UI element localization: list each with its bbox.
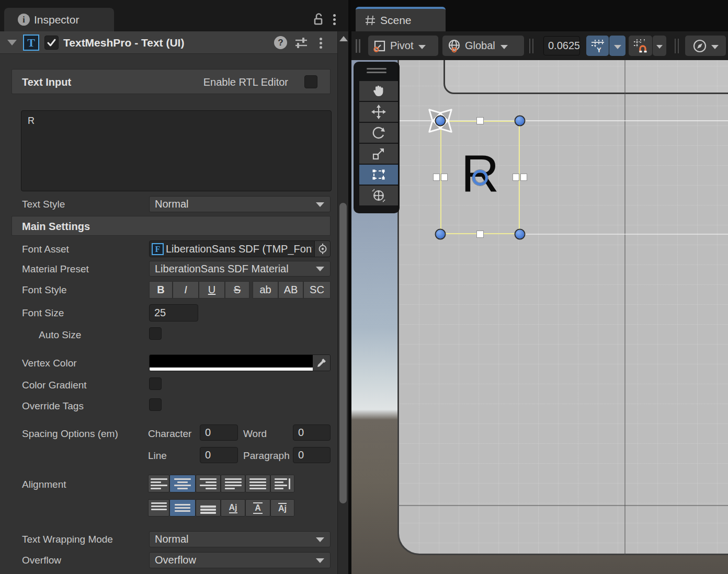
edge-handle-bottom[interactable]	[476, 231, 484, 238]
globe-icon	[447, 39, 461, 53]
align-geometry-center-button[interactable]	[270, 475, 294, 492]
grid-size-field[interactable]: 0.0625	[543, 36, 580, 55]
text-input-area[interactable]: R	[21, 110, 332, 191]
align-middle-icon	[175, 502, 190, 514]
rect-tool-button[interactable]	[359, 165, 398, 185]
edge-handle-left[interactable]	[433, 174, 448, 181]
scene-toolbar: Pivot Global 0.0625	[351, 31, 728, 60]
view-tool-button[interactable]	[359, 81, 398, 101]
align-right-icon	[200, 478, 217, 489]
foldout-arrow-icon[interactable]	[7, 40, 17, 45]
inspector-tab-bar: i Inspector	[0, 0, 348, 31]
overflow-dropdown[interactable]: Overflow	[149, 552, 331, 568]
grid-snap-dropdown-button[interactable]	[609, 36, 625, 56]
toolbar-separator	[529, 39, 534, 53]
rtl-editor-checkbox[interactable]	[304, 75, 317, 88]
alignment-label: Alignment	[22, 476, 66, 492]
svg-text:Y: Y	[597, 46, 601, 53]
pivot-handle[interactable]	[472, 170, 488, 186]
scene-camera-button[interactable]	[685, 36, 726, 56]
overflow-label: Overflow	[22, 552, 61, 568]
snap-increment-button[interactable]	[629, 36, 652, 56]
edge-handle-top[interactable]	[476, 117, 484, 124]
align-flush-icon	[249, 478, 266, 489]
align-top-button[interactable]	[148, 499, 169, 516]
font-size-field[interactable]: 25	[149, 304, 198, 322]
strikethrough-button[interactable]: S	[225, 281, 249, 299]
global-toggle-button[interactable]: Global	[442, 36, 524, 56]
bold-button[interactable]: B	[149, 281, 173, 299]
corner-handle-bottom-left[interactable]	[435, 229, 446, 240]
inspector-menu-icon[interactable]	[332, 13, 337, 27]
uppercase-button[interactable]: AB	[278, 281, 303, 299]
move-tool-button[interactable]	[359, 102, 398, 122]
align-justified-button[interactable]	[221, 475, 245, 492]
font-asset-field[interactable]: F LiberationSans SDF (TMP_FontAsset)	[149, 240, 331, 257]
rotate-tool-button[interactable]	[359, 123, 398, 143]
vertex-color-label: Vertex Color	[22, 355, 77, 371]
eyedropper-icon[interactable]	[313, 355, 330, 371]
text-style-dropdown[interactable]: Normal	[149, 196, 331, 212]
rtl-editor-label: Enable RTL Editor	[203, 70, 288, 95]
component-enabled-checkbox[interactable]	[44, 36, 59, 50]
lock-icon[interactable]	[312, 13, 325, 26]
align-bottom-button[interactable]	[196, 499, 221, 516]
font-asset-value: LiberationSans SDF (TMP_FontAsset)	[166, 241, 312, 257]
lowercase-button[interactable]: ab	[253, 281, 278, 299]
toolbar-drag-handle[interactable]	[356, 39, 362, 53]
line-spacing-field[interactable]: 0	[200, 447, 238, 463]
vertex-color-field[interactable]	[149, 354, 331, 371]
align-bottom-icon	[200, 502, 216, 514]
underline-button[interactable]: U	[199, 281, 225, 299]
object-picker-icon[interactable]	[314, 241, 330, 257]
text-input-section-header[interactable]: Text Input Enable RTL Editor	[12, 69, 331, 94]
align-right-button[interactable]	[196, 475, 221, 492]
inspector-scrollbar[interactable]	[337, 31, 348, 574]
tab-scene[interactable]: Scene	[356, 7, 446, 31]
align-midline-button[interactable]: A	[245, 499, 270, 516]
scale-tool-button[interactable]	[359, 144, 398, 164]
snap-increment-dropdown-button[interactable]	[653, 36, 666, 56]
component-title: TextMeshPro - Text (UI)	[63, 31, 184, 54]
paragraph-spacing-field[interactable]: 0	[293, 447, 331, 463]
presets-icon[interactable]	[294, 37, 308, 49]
smallcaps-button[interactable]: SC	[303, 281, 331, 299]
scroll-up-icon[interactable]	[339, 36, 348, 41]
tab-inspector[interactable]: i Inspector	[4, 8, 114, 31]
color-gradient-checkbox[interactable]	[149, 377, 162, 390]
main-settings-section-header[interactable]: Main Settings	[12, 216, 331, 236]
align-left-button[interactable]	[148, 475, 169, 492]
material-preset-value: LiberationSans SDF Material	[155, 263, 289, 274]
italic-button[interactable]: I	[173, 281, 199, 299]
corner-handle-bottom-right[interactable]	[515, 229, 526, 240]
scene-tools-overlay	[354, 62, 400, 213]
align-baseline-button[interactable]: Aj	[221, 499, 245, 516]
corner-handle-top-right[interactable]	[515, 116, 526, 127]
chevron-down-icon	[614, 45, 621, 49]
corner-handle-top-left[interactable]	[435, 116, 446, 127]
overflow-value: Overflow	[155, 554, 196, 566]
word-spacing-field[interactable]: 0	[293, 424, 331, 441]
overlay-drag-handle[interactable]	[367, 68, 386, 70]
overlay-drag-handle[interactable]	[367, 72, 386, 73]
material-preset-dropdown[interactable]: LiberationSans SDF Material	[149, 261, 331, 277]
text-wrapping-mode-dropdown[interactable]: Normal	[149, 531, 331, 547]
edge-handle-right[interactable]	[513, 174, 527, 181]
override-tags-checkbox[interactable]	[149, 398, 162, 411]
align-center-button[interactable]	[169, 475, 196, 492]
scrollbar-thumb[interactable]	[339, 203, 347, 503]
pivot-toggle-button[interactable]: Pivot	[368, 36, 438, 56]
align-capline-button[interactable]: Aj	[270, 499, 294, 516]
chevron-down-icon	[316, 558, 324, 563]
grid-snap-toggle-button[interactable]: Y	[586, 36, 609, 56]
transform-tool-button[interactable]	[359, 186, 398, 205]
grid-magnet-icon	[633, 39, 647, 53]
help-icon[interactable]: ?	[274, 36, 287, 49]
rotate-icon	[371, 125, 386, 140]
auto-size-checkbox[interactable]	[149, 327, 162, 340]
component-menu-icon[interactable]	[318, 36, 323, 50]
scene-viewport[interactable]: R	[351, 60, 728, 574]
align-flush-button[interactable]	[245, 475, 270, 492]
character-spacing-field[interactable]: 0	[200, 424, 238, 441]
align-middle-button[interactable]	[169, 499, 196, 516]
